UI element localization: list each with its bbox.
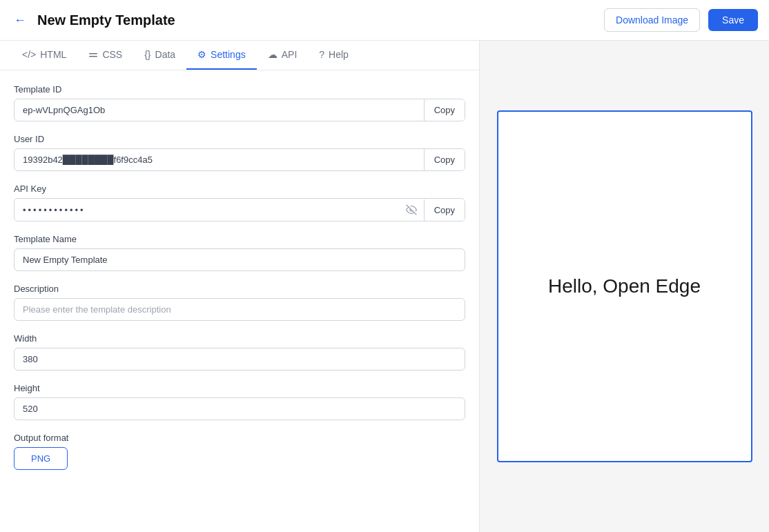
description-group: Description [14,284,465,321]
template-id-input[interactable] [14,99,424,121]
description-label: Description [14,284,465,294]
user-id-label: User ID [14,134,465,144]
template-id-group: Template ID Copy [14,84,465,121]
width-input[interactable] [14,348,465,371]
user-id-copy-button[interactable]: Copy [424,149,465,170]
height-input[interactable] [14,397,465,420]
data-icon: {} [144,49,150,60]
page-title: New Empty Template [37,12,596,28]
main-content: </> HTML CSS {} Data [0,41,769,532]
tab-data-label: Data [155,49,176,60]
api-key-group: API Key Copy [14,184,465,221]
api-key-input-row: Copy [14,198,465,221]
tab-settings-label: Settings [211,49,246,60]
back-icon: ← [14,13,26,28]
description-input[interactable] [14,298,465,321]
toggle-api-key-visibility-button[interactable] [399,199,424,221]
tab-html[interactable]: </> HTML [11,41,77,70]
download-image-button[interactable]: Download Image [604,8,700,32]
api-key-label: API Key [14,184,465,194]
preview-card: Hello, Open Edge [497,110,752,462]
api-icon: ☁ [268,49,278,60]
user-id-input[interactable] [14,149,424,170]
template-id-copy-button[interactable]: Copy [424,99,465,121]
api-key-input[interactable] [14,199,399,221]
template-id-label: Template ID [14,84,465,95]
eye-icon [406,204,417,215]
png-format-button[interactable]: PNG [14,447,68,470]
header: ← New Empty Template Download Image Save [0,0,769,41]
template-id-input-row: Copy [14,99,465,121]
svg-rect-0 [89,53,97,55]
template-name-group: Template Name [14,234,465,271]
help-icon: ? [319,49,324,60]
output-format-group: Output format PNG [14,433,465,470]
svg-rect-1 [89,56,97,57]
width-group: Width [14,333,465,371]
output-format-label: Output format [14,433,465,443]
tab-settings[interactable]: ⚙ Settings [186,41,257,70]
tab-api[interactable]: ☁ API [257,41,309,70]
tab-help-label: Help [329,49,349,60]
height-group: Height [14,383,465,420]
settings-icon: ⚙ [197,49,206,60]
save-button[interactable]: Save [708,9,758,31]
right-panel: Hello, Open Edge [480,41,769,532]
user-id-group: User ID Copy [14,134,465,171]
back-button[interactable]: ← [11,10,29,30]
user-id-input-row: Copy [14,148,465,171]
template-name-label: Template Name [14,234,465,244]
left-panel: </> HTML CSS {} Data [0,41,480,532]
tab-data[interactable]: {} Data [133,41,186,70]
preview-text: Hello, Open Edge [548,275,701,297]
tab-css[interactable]: CSS [77,41,133,70]
tabs-bar: </> HTML CSS {} Data [0,41,479,70]
css-icon [88,49,98,60]
tab-help[interactable]: ? Help [308,41,360,70]
tab-api-label: API [282,49,298,60]
tab-html-label: HTML [40,49,66,60]
tab-css-label: CSS [102,49,122,60]
template-name-input[interactable] [14,248,465,271]
api-key-copy-button[interactable]: Copy [424,199,465,221]
height-label: Height [14,383,465,393]
width-label: Width [14,333,465,344]
settings-panel: Template ID Copy User ID Copy [0,70,479,532]
html-icon: </> [22,49,36,60]
